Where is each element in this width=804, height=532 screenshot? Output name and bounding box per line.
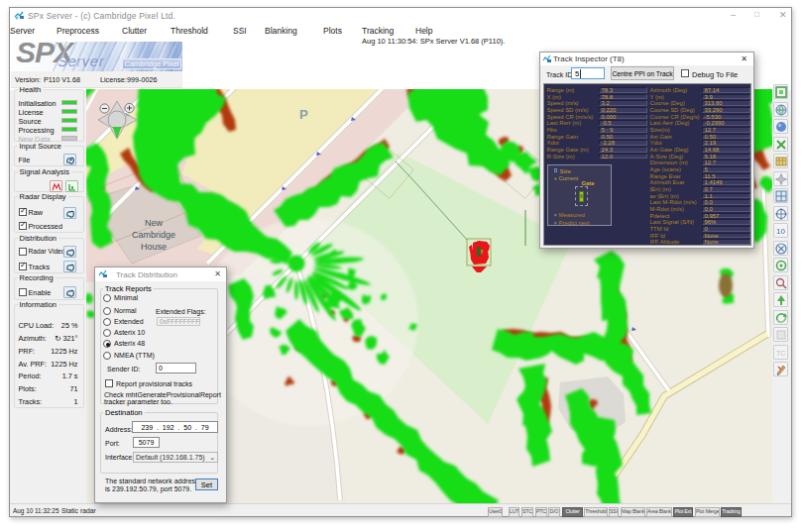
svg-text:House: House bbox=[141, 242, 167, 252]
svg-text:P: P bbox=[299, 107, 308, 122]
svg-text:10: 10 bbox=[776, 227, 785, 236]
svg-text:8: 8 bbox=[481, 249, 484, 255]
svg-text:TC: TC bbox=[776, 350, 785, 357]
svg-text:Cambridge: Cambridge bbox=[132, 230, 175, 240]
